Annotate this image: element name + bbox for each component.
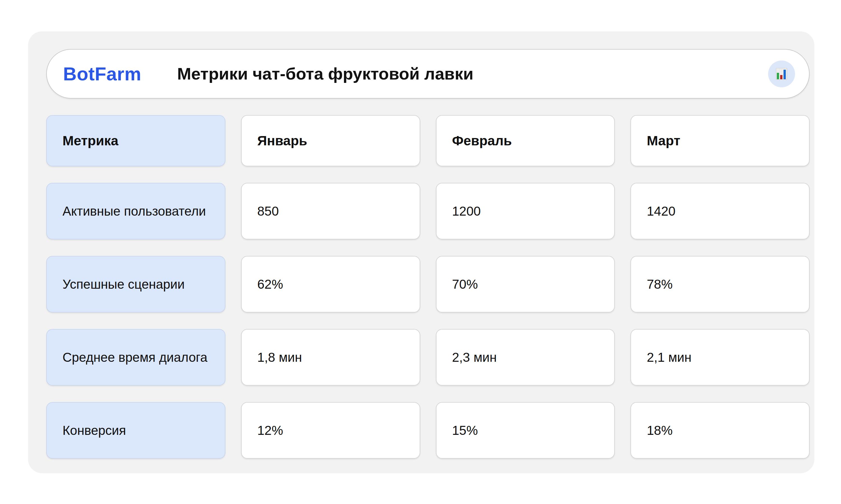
page-title: Метрики чат-бота фруктовой лавки xyxy=(177,64,474,84)
column-header-january: Январь xyxy=(241,115,420,166)
value-active-users-january: 850 xyxy=(241,183,420,239)
value-avg-dialog-time-january: 1,8 мин xyxy=(241,329,420,385)
value-conversion-march: 18% xyxy=(631,402,810,458)
metric-label-avg-dialog-time: Среднее время диалога xyxy=(46,329,225,385)
column-header-march: Март xyxy=(631,115,810,166)
value-avg-dialog-time-march: 2,1 мин xyxy=(631,329,810,385)
metric-label-successful-scenarios: Успешные сценарии xyxy=(46,256,225,312)
value-conversion-february: 15% xyxy=(436,402,615,458)
metric-label-active-users: Активные пользователи xyxy=(46,183,225,239)
column-header-february: Февраль xyxy=(436,115,615,166)
metric-label-conversion: Конверсия xyxy=(46,402,225,458)
metrics-panel: BotFarm Метрики чат-бота фруктовой лавки xyxy=(28,31,814,473)
botfarm-logo: BotFarm xyxy=(63,63,141,85)
value-conversion-january: 12% xyxy=(241,402,420,458)
value-avg-dialog-time-february: 2,3 мин xyxy=(436,329,615,385)
value-successful-scenarios-february: 70% xyxy=(436,256,615,312)
bar-chart-icon-button[interactable] xyxy=(768,60,795,87)
column-header-metric: Метрика xyxy=(46,115,225,166)
value-active-users-march: 1420 xyxy=(631,183,810,239)
value-successful-scenarios-january: 62% xyxy=(241,256,420,312)
value-active-users-february: 1200 xyxy=(436,183,615,239)
value-successful-scenarios-march: 78% xyxy=(631,256,810,312)
header-bar: BotFarm Метрики чат-бота фруктовой лавки xyxy=(46,49,810,98)
botfarm-metrics-page: BotFarm Метрики чат-бота фруктовой лавки xyxy=(0,0,841,504)
bar-chart-icon xyxy=(774,67,789,81)
metrics-table: Метрика Январь Февраль Март Активные пол… xyxy=(46,115,810,458)
